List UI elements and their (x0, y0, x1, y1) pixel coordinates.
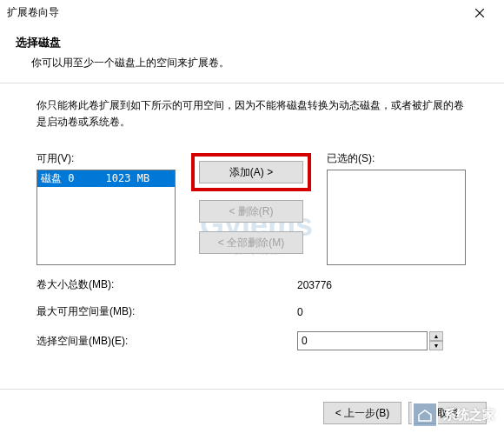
total-size-value: 203776 (297, 279, 445, 291)
total-size-label: 卷大小总数(MB): (36, 277, 297, 292)
select-space-label: 选择空间量(MB)(E): (36, 334, 297, 349)
close-icon (475, 9, 484, 17)
wizard-footer: < 上一步(B) 取消 (323, 402, 487, 424)
max-space-value: 0 (297, 306, 445, 318)
max-space-row: 最大可用空间量(MB): 0 (36, 304, 468, 319)
add-button[interactable]: 添加(A) > (199, 161, 303, 183)
remove-button[interactable]: < 删除(R) (199, 200, 303, 223)
available-column: 可用(V): 磁盘 0 1023 MB (36, 151, 176, 265)
selected-label: 已选的(S): (327, 151, 466, 166)
select-space-spinner: ▲ ▼ (297, 331, 443, 350)
available-listbox[interactable]: 磁盘 0 1023 MB (36, 170, 176, 265)
info-text: 你只能将此卷扩展到如下所示的可用空间，因为不能将磁盘转换为动态磁盘，或者被扩展的… (36, 97, 468, 130)
transfer-buttons: 添加(A) > < 删除(R) < 全部删除(M) (186, 151, 316, 254)
add-highlight: 添加(A) > (191, 153, 311, 191)
selected-listbox[interactable] (327, 170, 466, 265)
select-space-input[interactable] (297, 331, 428, 350)
wizard-header: 选择磁盘 你可以用至少一个磁盘上的空间来扩展卷。 (0, 26, 504, 83)
cancel-button[interactable]: 取消 (408, 402, 487, 424)
content-area: 你只能将此卷扩展到如下所示的可用空间，因为不能将磁盘转换为动态磁盘，或者被扩展的… (0, 83, 504, 359)
selected-column: 已选的(S): (327, 151, 466, 265)
header-subtitle: 你可以用至少一个磁盘上的空间来扩展卷。 (16, 56, 488, 70)
spinner-down[interactable]: ▼ (429, 341, 443, 350)
select-space-row: 选择空间量(MB)(E): ▲ ▼ (36, 331, 468, 350)
window-title: 扩展卷向导 (7, 5, 462, 20)
titlebar: 扩展卷向导 (0, 0, 504, 26)
back-button[interactable]: < 上一步(B) (323, 402, 401, 424)
max-space-label: 最大可用空间量(MB): (36, 304, 297, 319)
total-size-row: 卷大小总数(MB): 203776 (36, 277, 468, 292)
available-label: 可用(V): (36, 151, 176, 166)
lists-row: 可用(V): 磁盘 0 1023 MB 添加(A) > < 删除(R) < 全部… (36, 151, 468, 265)
spinner-up[interactable]: ▲ (429, 331, 443, 341)
spinner-buttons: ▲ ▼ (429, 331, 443, 350)
header-title: 选择磁盘 (16, 35, 488, 50)
footer-separator (0, 389, 504, 390)
close-button[interactable] (462, 1, 497, 25)
list-item[interactable]: 磁盘 0 1023 MB (37, 170, 175, 187)
remove-all-button[interactable]: < 全部删除(M) (199, 231, 303, 254)
